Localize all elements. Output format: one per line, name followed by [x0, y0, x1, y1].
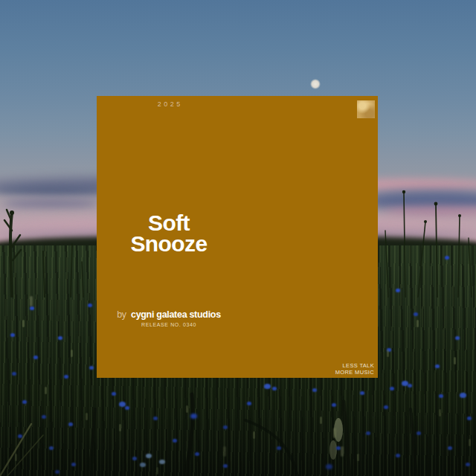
tagline-line2: MORE MUSIC: [335, 370, 374, 376]
release-number: RELEASE NO. 0340: [97, 322, 241, 327]
texture-swatch: [357, 100, 375, 118]
byline-prefix: by: [117, 309, 126, 320]
cover-panel: 2025 Soft Snooze by cygni galatea studio…: [97, 96, 378, 378]
moon: [310, 79, 321, 89]
album-title-line2: Snooze: [97, 234, 241, 254]
album-title-line1: Soft: [97, 213, 241, 234]
tagline: LESS TALK MORE MUSIC: [335, 363, 374, 376]
studio-name: cygni galatea studios: [131, 309, 221, 320]
year-label: 2025: [97, 100, 241, 108]
byline: by cygni galatea studios: [97, 309, 241, 320]
album-cover: 2025 Soft Snooze by cygni galatea studio…: [0, 0, 476, 476]
wheat-heads-bright: [0, 0, 3, 10]
album-title: Soft Snooze: [97, 213, 241, 254]
